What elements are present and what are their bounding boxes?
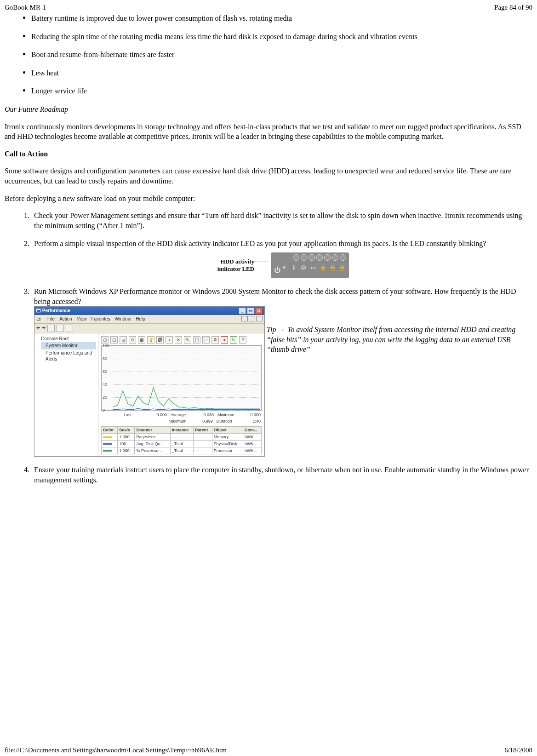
table-cell: --- <box>194 441 212 447</box>
chart-tb-update[interactable]: ↻ <box>230 336 237 344</box>
tip-text: Tip → To avoid System Monitor itself fro… <box>266 306 532 355</box>
stat-max-label: Maximum <box>168 418 190 424</box>
color-swatch <box>103 436 112 438</box>
table-cell: _Total <box>170 441 193 447</box>
chart-tb-button[interactable]: ▢ <box>101 336 109 344</box>
list-item: Less heat <box>23 68 532 78</box>
led-dot <box>301 254 307 261</box>
toolbar-button[interactable] <box>57 325 64 332</box>
chart-tb-plus[interactable]: ＋ <box>166 336 173 344</box>
menu-window[interactable]: Window <box>115 316 131 322</box>
roadmap-heading: Our Future Roadmap <box>5 104 532 115</box>
table-header[interactable]: Color <box>102 426 118 433</box>
chart-tb-props[interactable]: ⚙ <box>211 336 219 344</box>
perf-tree: Console Root System Monitor Performance … <box>34 333 98 457</box>
table-cell: --- <box>194 434 212 441</box>
menu-view[interactable]: View <box>77 316 87 322</box>
chart-tb-button[interactable]: 📊 <box>120 336 127 344</box>
chart-ytick: 0 <box>103 407 105 413</box>
table-cell: PhysicalDisk <box>212 441 243 447</box>
stat-avg-label: Average <box>171 412 192 418</box>
hdd-label-line2: indicator LED <box>217 265 254 273</box>
footer-path: file://C:\Documents and Settings\harwood… <box>5 746 227 754</box>
battery-icon: ▭ <box>309 263 317 272</box>
menu-help[interactable]: Help <box>136 316 145 322</box>
tree-perf-logs[interactable]: Performance Logs and Alerts <box>41 349 96 363</box>
table-row[interactable]: 1.000Pages/sec------Memory\\WK... <box>102 434 262 441</box>
table-row[interactable]: 100....Avg. Disk Qu..._Total---PhysicalD… <box>102 441 262 447</box>
perf-counters-table: ColorScaleCounterInstanceParentObjectCom… <box>101 426 262 455</box>
table-header[interactable]: Com... <box>243 426 261 433</box>
scrolllock-icon: 🔒 <box>338 263 346 272</box>
toolbar-button[interactable] <box>47 325 55 332</box>
led-dot <box>316 254 323 261</box>
perf-stats-row1: Last 0.000 Average 0.030 Minimum 0.000 <box>101 412 262 418</box>
inner-close-icon[interactable] <box>256 316 263 321</box>
tree-system-monitor[interactable]: System Monitor <box>41 342 96 349</box>
hdd-label-line1: HDD activity <box>217 258 254 265</box>
table-cell: % Processor... <box>135 447 170 454</box>
chart-tb-delete[interactable]: ✕ <box>175 336 182 344</box>
chart-ytick: 80 <box>103 356 107 361</box>
chart-tb-freeze[interactable]: ● <box>221 336 228 344</box>
steps-list: Check your Power Management settings and… <box>5 211 532 485</box>
chart-toolbar: ▢ ▢ 📊 ⊙ ▦ 💡 🗐 ＋ ✕ ✎ 📋 <box>101 335 262 345</box>
menu-favorites[interactable]: Favorites <box>91 316 110 322</box>
app-icon: 🗂 <box>36 316 41 322</box>
nav-fwd-icon[interactable]: ➡ <box>42 325 46 332</box>
hdd-led-figure: HDD activity indicator LED ⏻ <box>34 252 532 278</box>
call-heading: Call to Action <box>5 149 532 159</box>
inner-minimize-icon[interactable] <box>241 316 248 321</box>
doc-title: GoBook MR-1 <box>5 4 46 11</box>
led-dot <box>293 254 299 261</box>
table-cell: \\WK... <box>243 447 261 454</box>
menu-file[interactable]: File <box>47 316 55 322</box>
table-header[interactable]: Parent <box>194 426 212 433</box>
close-icon[interactable]: ✕ <box>255 308 263 314</box>
list-item: Boot and resume-from-hibernate times are… <box>23 50 532 60</box>
performance-monitor-window: 🗔 Performance _ ▭ ✕ 🗂 File Action View F… <box>34 306 265 457</box>
menu-action[interactable]: Action <box>59 316 72 322</box>
table-cell: --- <box>170 434 193 441</box>
perf-stats-row2: Maximum 0.999 Duration 1:40 <box>101 418 262 424</box>
stat-dur-val: 1:40 <box>239 418 261 424</box>
chart-tb-button[interactable]: 🗐 <box>156 336 164 344</box>
chart-tb-highlight[interactable]: ✎ <box>184 336 191 344</box>
step-4: Ensure your training materials instruct … <box>31 465 532 485</box>
table-header[interactable]: Scale <box>118 426 135 433</box>
table-cell: --- <box>194 447 212 454</box>
tree-root[interactable]: Console Root <box>36 335 96 343</box>
bluetooth-icon: ᛒ <box>290 263 298 272</box>
inner-restore-icon[interactable] <box>249 316 255 321</box>
stat-avg-val: 0.030 <box>192 412 217 418</box>
table-header[interactable]: Counter <box>135 426 170 433</box>
power-icon: ⏻ <box>273 266 282 275</box>
call-before: Before deploying a new software load on … <box>5 194 532 204</box>
chart-tb-button[interactable]: ▦ <box>138 336 145 344</box>
arrow-icon: → <box>278 326 287 333</box>
step-1: Check your Power Management settings and… <box>31 211 532 230</box>
capslock-icon: 🔒 <box>328 263 337 272</box>
chart-tb-help[interactable]: ? <box>239 336 246 344</box>
table-row[interactable]: 1.000% Processor..._Total---Processor\\W… <box>102 447 262 454</box>
chart-tb-button[interactable]: 💡 <box>147 336 154 344</box>
toolbar-refresh-button[interactable] <box>66 325 73 332</box>
tip-prefix: Tip <box>267 326 278 333</box>
table-cell: \\WK... <box>243 441 261 447</box>
list-item: Longer service life <box>23 86 532 96</box>
numlock-icon: 🔒 <box>319 263 327 272</box>
page-indicator: Page 84 of 90 <box>494 4 532 11</box>
chart-tb-button[interactable]: ⊙ <box>129 336 136 344</box>
minimize-icon[interactable]: _ <box>239 308 246 314</box>
table-header[interactable]: Instance <box>170 426 193 433</box>
nav-back-icon[interactable]: ⬅ <box>36 325 40 332</box>
disk-icon: ⛁ <box>299 263 308 272</box>
tip-body: To avoid System Monitor itself from acce… <box>267 326 515 353</box>
table-header[interactable]: Object <box>212 426 243 433</box>
maximize-icon[interactable]: ▭ <box>247 308 254 314</box>
chart-tb-button[interactable]: ▢ <box>110 336 118 344</box>
chart-tb-paste[interactable]: 📄 <box>202 336 210 344</box>
chart-tb-copy[interactable]: 📋 <box>193 336 200 344</box>
chart-ytick: 40 <box>103 382 107 387</box>
led-panel-graphic: ⏻ ✶ ᛒ ⛁ ▭ 🔒 <box>271 252 349 278</box>
